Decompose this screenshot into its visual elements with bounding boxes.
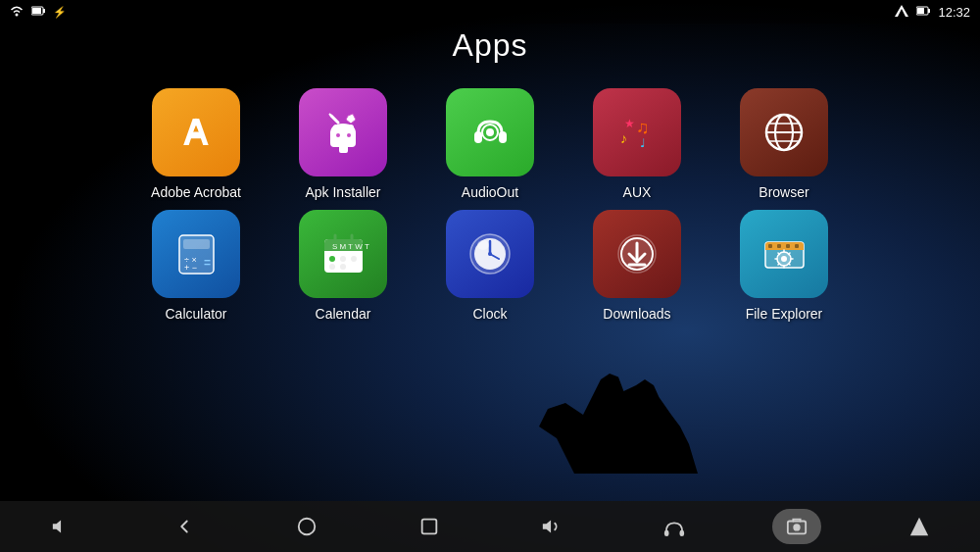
home-button[interactable]	[282, 509, 331, 544]
app-row-1: A Adobe Acrobat	[137, 88, 843, 200]
svg-text:=: =	[204, 256, 211, 270]
svg-rect-64	[777, 244, 781, 248]
svg-point-47	[340, 264, 346, 270]
app-item-calculator[interactable]: ÷ × + − = Calculator	[137, 210, 255, 322]
svg-point-70	[298, 519, 315, 535]
battery-status-icon	[916, 5, 930, 19]
downloads-label: Downloads	[603, 306, 670, 322]
svg-rect-20	[499, 131, 507, 143]
svg-point-55	[477, 240, 489, 250]
usb-icon: ⚡	[53, 6, 67, 19]
svg-point-76	[794, 525, 800, 530]
svg-point-44	[340, 256, 346, 262]
app-row-2: ÷ × + − = Calculator S M T W T	[137, 210, 843, 322]
calendar-label: Calendar	[316, 306, 371, 322]
svg-rect-65	[786, 244, 790, 248]
file-explorer-label: File Explorer	[746, 306, 823, 322]
svg-point-22	[486, 128, 494, 136]
svg-point-15	[347, 133, 351, 137]
svg-text:♫: ♫	[636, 118, 650, 137]
screenshot-button[interactable]	[772, 509, 821, 544]
page-title: Apps	[0, 27, 980, 64]
calculator-icon: ÷ × + − =	[152, 210, 240, 298]
app-item-calendar[interactable]: S M T W T Calendar	[284, 210, 402, 322]
audioout-label: AudioOut	[462, 184, 518, 200]
app-grid: A Adobe Acrobat	[0, 88, 980, 322]
svg-point-45	[351, 256, 357, 262]
wifi-icon	[10, 5, 24, 19]
svg-rect-35	[183, 239, 210, 249]
svg-rect-74	[679, 530, 684, 536]
app-item-apk-installer[interactable]: Apk Installer	[284, 88, 402, 200]
browser-icon	[740, 88, 828, 176]
svg-rect-3	[32, 8, 41, 14]
app-item-clock[interactable]: Clock	[431, 210, 549, 322]
apk-installer-label: Apk Installer	[305, 184, 380, 200]
svg-rect-71	[421, 520, 436, 534]
svg-rect-8	[917, 8, 924, 14]
svg-point-14	[336, 133, 340, 137]
status-bar-left: ⚡	[10, 5, 67, 19]
signal-icon	[895, 5, 908, 20]
adobe-acrobat-label: Adobe Acrobat	[151, 184, 241, 200]
svg-text:+  −: + −	[184, 263, 197, 273]
svg-point-68	[781, 256, 787, 262]
svg-point-43	[329, 256, 335, 262]
svg-marker-77	[909, 518, 927, 535]
recent-apps-button[interactable]	[405, 509, 454, 544]
svg-marker-69	[52, 521, 60, 533]
svg-point-0	[16, 14, 19, 17]
calculator-label: Calculator	[165, 306, 226, 322]
svg-marker-72	[542, 521, 550, 533]
aux-label: AUX	[623, 184, 652, 200]
svg-rect-63	[768, 244, 772, 248]
volume-down-button[interactable]	[37, 509, 86, 544]
back-button[interactable]	[160, 509, 209, 544]
svg-text:♪: ♪	[620, 130, 627, 146]
svg-rect-2	[43, 9, 45, 13]
clock-icon	[446, 210, 534, 298]
time-display: 12:32	[938, 5, 970, 20]
clock-label: Clock	[472, 306, 507, 322]
svg-rect-7	[928, 9, 930, 13]
app-item-aux[interactable]: ♪ ♫ ★ ♩ AUX	[578, 88, 696, 200]
menu-button[interactable]	[895, 509, 944, 544]
svg-text:♩: ♩	[640, 136, 646, 150]
battery-icon	[31, 6, 45, 18]
browser-label: Browser	[759, 184, 808, 200]
app-item-file-explorer[interactable]: File Explorer	[725, 210, 843, 322]
volume-mid-button[interactable]	[527, 509, 576, 544]
svg-point-46	[329, 264, 335, 270]
app-item-adobe-acrobat[interactable]: A Adobe Acrobat	[137, 88, 255, 200]
audioout-icon	[446, 88, 534, 176]
app-item-audioout[interactable]: AudioOut	[431, 88, 549, 200]
svg-rect-66	[795, 244, 799, 248]
nav-bar	[0, 501, 980, 552]
adobe-acrobat-icon: A	[152, 88, 240, 176]
app-item-browser[interactable]: Browser	[725, 88, 843, 200]
status-bar-right: 12:32	[895, 5, 970, 20]
svg-text:★: ★	[624, 117, 635, 130]
svg-rect-19	[474, 131, 482, 143]
calendar-icon: S M T W T	[299, 210, 387, 298]
file-explorer-icon	[740, 210, 828, 298]
svg-point-54	[488, 252, 492, 256]
svg-rect-73	[663, 530, 668, 536]
status-bar: ⚡ 12:32	[0, 0, 980, 24]
app-item-downloads[interactable]: Downloads	[578, 210, 696, 322]
downloads-icon	[593, 210, 681, 298]
headphones-button[interactable]	[650, 509, 699, 544]
apk-installer-icon	[299, 88, 387, 176]
aux-icon: ♪ ♫ ★ ♩	[593, 88, 681, 176]
